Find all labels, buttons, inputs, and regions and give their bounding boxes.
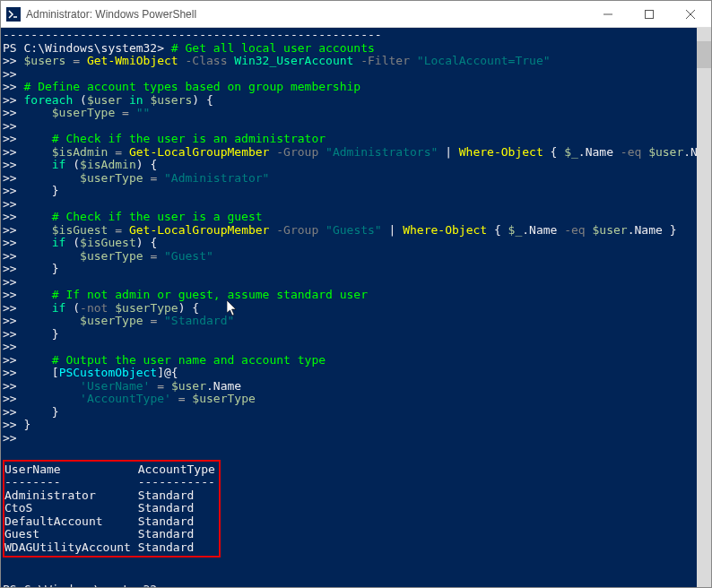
comment: # If not admin or guest, assume standard… — [23, 288, 368, 301]
comment: # Check if the user is a guest — [23, 210, 262, 223]
scroll-track[interactable] — [697, 28, 711, 587]
titlebar[interactable]: Administrator: Windows PowerShell — [1, 1, 711, 28]
minimize-button[interactable] — [587, 1, 629, 28]
terminal-output: ----------------------------------------… — [1, 29, 711, 587]
table-row: Administrator Standard — [4, 489, 215, 503]
table-row: Guest Standard — [4, 528, 215, 541]
window-controls — [587, 1, 711, 28]
table-header: UserName AccountType — [4, 463, 215, 477]
table-row: DefaultAccount Standard — [4, 515, 215, 529]
terminal[interactable]: ----------------------------------------… — [1, 28, 711, 587]
comment: # Output the user name and account type — [23, 353, 326, 367]
table-divider: -------- ----------- — [4, 476, 215, 489]
comment: # Get all local user accounts — [171, 41, 375, 55]
powershell-window: Administrator: Windows PowerShell ------… — [0, 0, 712, 588]
continuation: >> — [3, 54, 17, 67]
close-button[interactable] — [670, 1, 711, 28]
powershell-icon — [6, 7, 21, 22]
table-row: CtoS Standard — [4, 502, 215, 515]
output-highlight-box: UserName AccountType -------- ----------… — [3, 460, 221, 558]
table-row: WDAGUtilityAccount Standard — [4, 541, 215, 555]
prompt: PS C:\Windows\system32> — [3, 583, 164, 587]
svg-rect-2 — [646, 10, 654, 18]
comment: # Define account types based on group me… — [23, 80, 360, 93]
comment: # Check if the user is an administrator — [23, 132, 326, 145]
divider-line: ----------------------------------------… — [3, 28, 382, 41]
scroll-thumb[interactable] — [697, 41, 711, 68]
maximize-button[interactable] — [629, 1, 670, 28]
window-title: Administrator: Windows PowerShell — [26, 8, 587, 21]
prompt: PS C:\Windows\system32> — [3, 41, 164, 55]
scrollbar[interactable] — [697, 28, 711, 587]
